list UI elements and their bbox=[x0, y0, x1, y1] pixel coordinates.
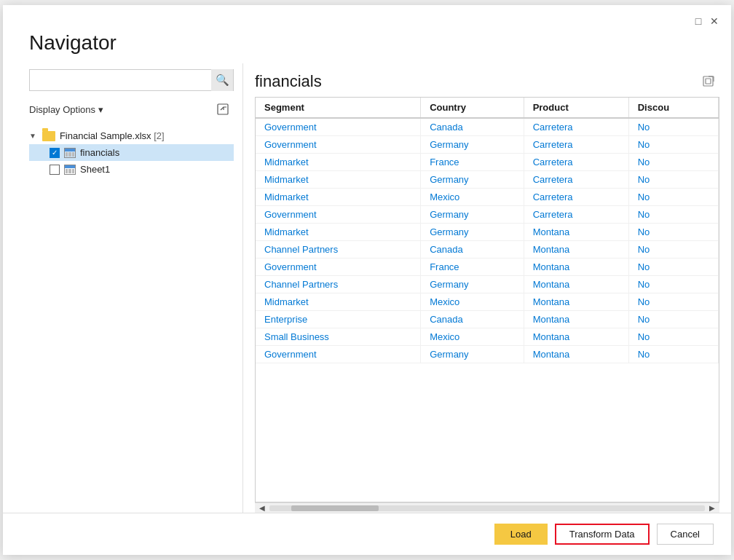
table-cell: Montana bbox=[524, 311, 628, 328]
checkbox-financials[interactable]: ✓ bbox=[50, 148, 60, 158]
tree-item-financials[interactable]: ✓ financials bbox=[29, 144, 234, 161]
right-panel: financials Segment Countr bbox=[243, 63, 731, 513]
col-header-discount: Discou bbox=[628, 98, 718, 118]
table-cell: No bbox=[628, 276, 718, 293]
table-cell: Carretera bbox=[524, 118, 628, 136]
tree-folder[interactable]: ▼ Financial Sample.xlsx [2] bbox=[29, 127, 234, 144]
cancel-button[interactable]: Cancel bbox=[657, 524, 714, 545]
folder-count: [2] bbox=[154, 130, 164, 141]
table-icon-financials bbox=[64, 148, 76, 158]
transfer-icon[interactable] bbox=[212, 98, 234, 120]
table-cell: Canada bbox=[421, 241, 524, 259]
scroll-right-arrow[interactable]: ▶ bbox=[705, 503, 719, 513]
data-table-wrapper[interactable]: Segment Country Product Discou Governmen… bbox=[255, 97, 719, 502]
item-name-financials: financials bbox=[80, 147, 119, 158]
table-cell: France bbox=[421, 154, 524, 171]
svg-rect-0 bbox=[218, 104, 228, 114]
table-cell: No bbox=[628, 189, 718, 206]
table-cell: Germany bbox=[421, 171, 524, 189]
svg-rect-1 bbox=[703, 76, 713, 86]
table-cell: Germany bbox=[421, 224, 524, 241]
table-cell: Montana bbox=[524, 241, 628, 259]
table-row: MidmarketGermanyMontanaNo bbox=[256, 224, 719, 241]
table-cell: Mexico bbox=[421, 189, 524, 206]
col-header-country: Country bbox=[421, 98, 524, 118]
table-row: GovernmentCanadaCarreteraNo bbox=[256, 118, 719, 136]
table-cell: Government bbox=[256, 206, 421, 224]
scroll-left-arrow[interactable]: ◀ bbox=[255, 503, 269, 513]
table-cell: Montana bbox=[524, 224, 628, 241]
table-cell: Carretera bbox=[524, 136, 628, 154]
table-row: Small BusinessMexicoMontanaNo bbox=[256, 328, 719, 346]
table-cell: Germany bbox=[421, 346, 524, 363]
navigator-dialog: □ ✕ Navigator 🔍 Display Options ▾ bbox=[3, 5, 731, 555]
table-cell: Channel Partners bbox=[256, 276, 421, 293]
table-cell: Montana bbox=[524, 293, 628, 311]
chevron-down-icon: ▾ bbox=[98, 104, 103, 115]
table-header-row: Segment Country Product Discou bbox=[256, 98, 719, 118]
table-cell: Midmarket bbox=[256, 154, 421, 171]
table-cell: Small Business bbox=[256, 328, 421, 346]
scroll-thumb bbox=[291, 505, 379, 511]
table-cell: No bbox=[628, 241, 718, 259]
table-row: Channel PartnersCanadaMontanaNo bbox=[256, 241, 719, 259]
table-cell: No bbox=[628, 311, 718, 328]
table-cell: Germany bbox=[421, 206, 524, 224]
title-bar: □ ✕ bbox=[3, 5, 731, 31]
dialog-footer: Load Transform Data Cancel bbox=[3, 513, 731, 555]
table-cell: No bbox=[628, 293, 718, 311]
table-cell: Mexico bbox=[421, 328, 524, 346]
tree-area: ▼ Financial Sample.xlsx [2] ✓ bbox=[29, 127, 234, 507]
folder-name: Financial Sample.xlsx [2] bbox=[60, 130, 165, 141]
preview-title: financials bbox=[255, 72, 322, 91]
load-button[interactable]: Load bbox=[494, 524, 548, 545]
table-cell: Government bbox=[256, 346, 421, 363]
table-row: Channel PartnersGermanyMontanaNo bbox=[256, 276, 719, 293]
search-input[interactable] bbox=[30, 70, 211, 90]
table-cell: Carretera bbox=[524, 171, 628, 189]
dialog-title: Navigator bbox=[3, 31, 731, 63]
table-cell: Montana bbox=[524, 276, 628, 293]
table-cell: Midmarket bbox=[256, 224, 421, 241]
table-cell: No bbox=[628, 346, 718, 363]
transform-data-button[interactable]: Transform Data bbox=[555, 524, 650, 545]
display-options-button[interactable]: Display Options ▾ bbox=[29, 104, 103, 115]
folder-icon bbox=[42, 131, 55, 141]
left-panel: 🔍 Display Options ▾ bbox=[3, 63, 243, 513]
search-button[interactable]: 🔍 bbox=[211, 69, 233, 91]
table-cell: Government bbox=[256, 136, 421, 154]
table-cell: Canada bbox=[421, 118, 524, 136]
scroll-track bbox=[269, 505, 705, 511]
table-cell: Mexico bbox=[421, 293, 524, 311]
minimize-button[interactable]: □ bbox=[690, 13, 706, 29]
expand-icon: ▼ bbox=[29, 132, 36, 140]
table-cell: Carretera bbox=[524, 206, 628, 224]
table-cell: Canada bbox=[421, 311, 524, 328]
table-cell: No bbox=[628, 259, 718, 276]
tree-item-sheet1[interactable]: Sheet1 bbox=[29, 161, 234, 178]
table-icon-sheet1 bbox=[64, 165, 76, 175]
checkbox-sheet1[interactable] bbox=[50, 165, 60, 175]
table-cell: Germany bbox=[421, 136, 524, 154]
table-row: GovernmentGermanyMontanaNo bbox=[256, 346, 719, 363]
preview-header: financials bbox=[243, 63, 731, 97]
horizontal-scrollbar[interactable]: ◀ ▶ bbox=[255, 502, 719, 513]
table-row: MidmarketGermanyCarreteraNo bbox=[256, 171, 719, 189]
open-in-new-icon[interactable] bbox=[698, 71, 719, 92]
table-cell: France bbox=[421, 259, 524, 276]
col-header-segment: Segment bbox=[256, 98, 421, 118]
table-cell: Government bbox=[256, 259, 421, 276]
table-cell: No bbox=[628, 118, 718, 136]
close-button[interactable]: ✕ bbox=[706, 13, 722, 29]
table-cell: Government bbox=[256, 118, 421, 136]
search-box: 🔍 bbox=[29, 69, 234, 91]
table-cell: No bbox=[628, 154, 718, 171]
table-row: GovernmentGermanyCarreteraNo bbox=[256, 136, 719, 154]
col-header-product: Product bbox=[524, 98, 628, 118]
table-cell: Midmarket bbox=[256, 189, 421, 206]
table-cell: Montana bbox=[524, 346, 628, 363]
table-cell: Montana bbox=[524, 328, 628, 346]
table-cell: No bbox=[628, 206, 718, 224]
table-cell: Midmarket bbox=[256, 171, 421, 189]
table-row: EnterpriseCanadaMontanaNo bbox=[256, 311, 719, 328]
